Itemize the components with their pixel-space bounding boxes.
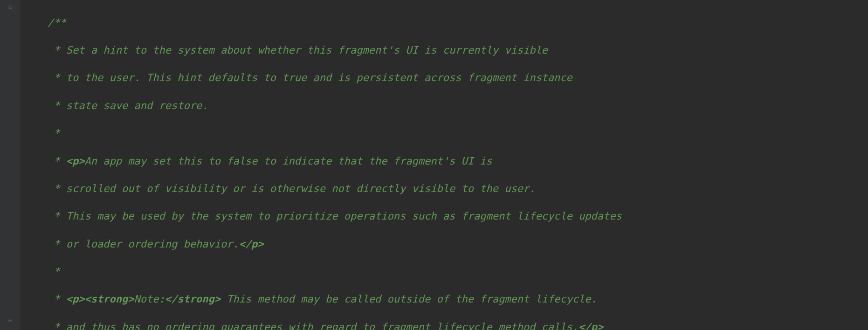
javadoc-text: * [48,238,66,250]
javadoc-text: This method may be called outside of the… [220,293,597,305]
javadoc-text: * [48,100,66,111]
fold-marker-bottom-icon[interactable]: ⊟ [7,316,14,324]
javadoc-text: and thus has no ordering guarantees with… [66,321,579,330]
code-line[interactable]: * Set a hint to the system about whether… [48,43,641,57]
javadoc-text: * [48,321,66,330]
javadoc-text: Set a hint to the system about whether t… [66,44,548,56]
javadoc-text: scrolled out of visibility or is otherwi… [66,183,536,194]
javadoc-text: * [48,183,66,194]
javadoc-text: * [48,293,66,305]
javadoc-text: * [48,72,66,83]
code-line[interactable]: * scrolled out of visibility or is other… [48,182,641,196]
html-tag: <p><strong> [66,293,134,305]
code-line[interactable]: * This may be used by the system to prio… [48,209,641,223]
code-area[interactable]: /** * Set a hint to the system about whe… [21,0,641,330]
javadoc-text: state save and restore. [66,100,208,111]
html-tag: </strong> [165,293,220,305]
fold-marker-top-icon[interactable]: ⊟ [7,3,14,11]
code-line[interactable]: * to the user. This hint defaults to tru… [48,71,641,85]
javadoc-text: An app may set this to false to indicate… [85,155,492,167]
code-line[interactable]: /** [48,16,641,30]
javadoc-text: or loader ordering behavior. [66,238,239,250]
code-line[interactable]: * state save and restore. [48,99,641,113]
javadoc-text: This may be used by the system to priori… [66,210,622,222]
html-tag: </p> [579,321,603,330]
code-line[interactable]: * and thus has no ordering guarantees wi… [48,320,641,330]
javadoc-text: * [48,155,66,167]
code-line[interactable]: * [48,126,641,140]
html-tag: <p> [66,155,85,167]
code-editor[interactable]: ⊟ ⊟ /** * Set a hint to the system about… [0,0,868,330]
gutter: ⊟ ⊟ [0,0,21,330]
code-line[interactable]: * [48,265,641,279]
javadoc-text: * [48,210,66,222]
javadoc-text: * [48,266,60,277]
javadoc-open: /** [48,17,66,28]
code-line[interactable]: * <p><strong>Note:</strong> This method … [48,292,641,306]
javadoc-text: to the user. This hint defaults to true … [66,72,572,83]
javadoc-text: * [48,44,66,56]
javadoc-text: * [48,127,60,139]
code-line[interactable]: * <p>An app may set this to false to ind… [48,154,641,168]
html-tag: </p> [239,238,264,250]
javadoc-text: Note: [134,293,165,305]
code-line[interactable]: * or loader ordering behavior.</p> [48,237,641,251]
